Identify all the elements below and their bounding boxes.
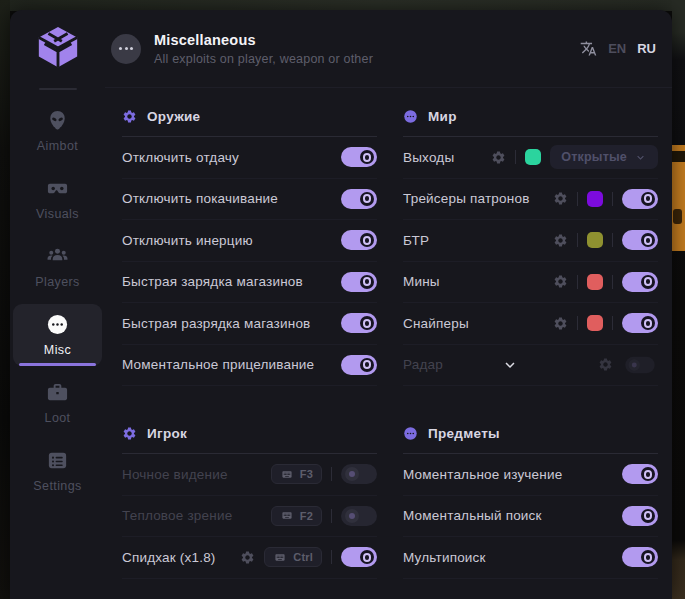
section-title: Игрок: [147, 426, 187, 441]
row-no-recoil: Отключить отдачу: [122, 137, 377, 179]
keybind-label: F2: [300, 510, 313, 522]
separator: [612, 275, 613, 289]
toggle[interactable]: [341, 355, 377, 375]
row-btr: БТР: [403, 220, 658, 262]
toggle[interactable]: [622, 230, 658, 250]
sidebar-item-aimbot[interactable]: Aimbot: [13, 100, 102, 162]
row-label: Мины: [403, 274, 440, 289]
row-exits: Выходы Открытые: [403, 137, 658, 179]
gear-icon[interactable]: [553, 233, 568, 248]
toggle[interactable]: [341, 147, 377, 167]
gear-icon[interactable]: [553, 316, 568, 331]
separator: [612, 192, 613, 206]
sidebar-item-misc[interactable]: Misc: [13, 304, 102, 366]
separator: [577, 316, 578, 330]
toggle[interactable]: [341, 230, 377, 250]
row-label: Трейсеры патронов: [403, 191, 530, 206]
players-icon: [46, 245, 69, 268]
right-column: Мир Выходы Открытые: [403, 88, 658, 599]
main-panel: Miscellaneous All exploits on player, we…: [105, 10, 672, 599]
toggle[interactable]: [622, 506, 658, 526]
separator: [331, 550, 332, 564]
sidebar: Aimbot Visuals Players Misc Loot: [10, 10, 105, 599]
toggle[interactable]: [622, 313, 658, 333]
sidebar-item-visuals[interactable]: Visuals: [13, 168, 102, 230]
toggle[interactable]: [341, 313, 377, 333]
app-logo: [35, 24, 81, 70]
row-label: Быстрая разрядка магазинов: [122, 316, 310, 331]
expand-chevron-down-icon[interactable]: [501, 356, 519, 374]
color-swatch[interactable]: [587, 274, 603, 290]
sidebar-item-label: Misc: [44, 343, 71, 357]
toggle[interactable]: [622, 189, 658, 209]
sidebar-item-label: Aimbot: [37, 139, 78, 153]
game-background-right: [672, 0, 685, 599]
color-swatch[interactable]: [525, 149, 541, 165]
gear-icon[interactable]: [553, 191, 568, 206]
sidebar-item-label: Loot: [45, 411, 71, 425]
briefcase-icon: [46, 381, 69, 404]
row-thermal-vision: Тепловое зрение F2: [122, 496, 377, 538]
alien-icon: [46, 109, 69, 132]
toggle-knob: [641, 192, 655, 206]
sidebar-item-label: Settings: [33, 479, 81, 493]
color-swatch[interactable]: [587, 315, 603, 331]
lang-ru-button[interactable]: RU: [637, 41, 656, 56]
section-title: Мир: [428, 109, 457, 124]
separator: [577, 275, 578, 289]
row-mines: Мины: [403, 262, 658, 304]
section-player: Игрок Ночное видение F3 Тепловое зрение: [122, 426, 377, 579]
row-fast-reload: Быстрая зарядка магазинов: [122, 262, 377, 304]
row-label: Быстрая зарядка магазинов: [122, 274, 303, 289]
sidebar-item-loot[interactable]: Loot: [13, 372, 102, 434]
ellipsis-circle-icon: [403, 426, 418, 441]
sidebar-item-settings[interactable]: Settings: [13, 440, 102, 502]
separator: [612, 316, 613, 330]
page-subtitle: All exploits on player, weapon or other: [154, 52, 373, 66]
header-titles: Miscellaneous All exploits on player, we…: [154, 32, 373, 66]
vr-goggles-icon: [46, 177, 69, 200]
sign-mark: [672, 151, 685, 162]
toggle[interactable]: [341, 506, 377, 526]
keybind-badge[interactable]: F3: [271, 464, 322, 484]
color-swatch[interactable]: [587, 232, 603, 248]
section-world: Мир Выходы Открытые: [403, 109, 658, 386]
gear-icon[interactable]: [240, 550, 255, 565]
gear-icon[interactable]: [491, 150, 506, 165]
screen: Aimbot Visuals Players Misc Loot: [0, 0, 685, 599]
row-label: Спидхак (x1.8): [122, 550, 216, 565]
toggle[interactable]: [625, 357, 655, 373]
keyboard-icon: [273, 552, 287, 563]
gear-icon[interactable]: [553, 274, 568, 289]
keybind-badge[interactable]: Ctrl: [264, 547, 322, 567]
row-label: Моментальное прицеливание: [122, 357, 314, 372]
sidebar-item-players[interactable]: Players: [13, 236, 102, 298]
exits-dropdown[interactable]: Открытые: [550, 145, 658, 169]
row-label: Моментальное изучение: [403, 467, 562, 482]
gear-icon[interactable]: [598, 357, 613, 372]
row-night-vision: Ночное видение F3: [122, 454, 377, 496]
dropdown-value: Открытые: [561, 150, 627, 164]
section-header: Предметы: [403, 426, 658, 454]
game-background-sign: [672, 145, 685, 251]
section-weapon: Оружие Отключить отдачу Отключить покачи…: [122, 109, 377, 386]
keybind-badge[interactable]: F2: [271, 506, 322, 526]
toggle[interactable]: [622, 464, 658, 484]
row-label: Выходы: [403, 150, 454, 165]
color-swatch[interactable]: [587, 191, 603, 207]
toggle[interactable]: [341, 547, 377, 567]
toggle-knob: [360, 550, 374, 564]
separator: [331, 467, 332, 481]
toggle[interactable]: [622, 272, 658, 292]
toggle-knob: [345, 467, 359, 481]
gear-icon: [122, 109, 137, 124]
toggle[interactable]: [341, 464, 377, 484]
lang-en-button[interactable]: EN: [608, 41, 626, 56]
toggle[interactable]: [341, 272, 377, 292]
separator: [515, 150, 516, 164]
keybind-label: F3: [300, 468, 313, 480]
toggle[interactable]: [341, 189, 377, 209]
toggle-knob: [360, 150, 374, 164]
separator: [331, 509, 332, 523]
toggle[interactable]: [622, 547, 658, 567]
